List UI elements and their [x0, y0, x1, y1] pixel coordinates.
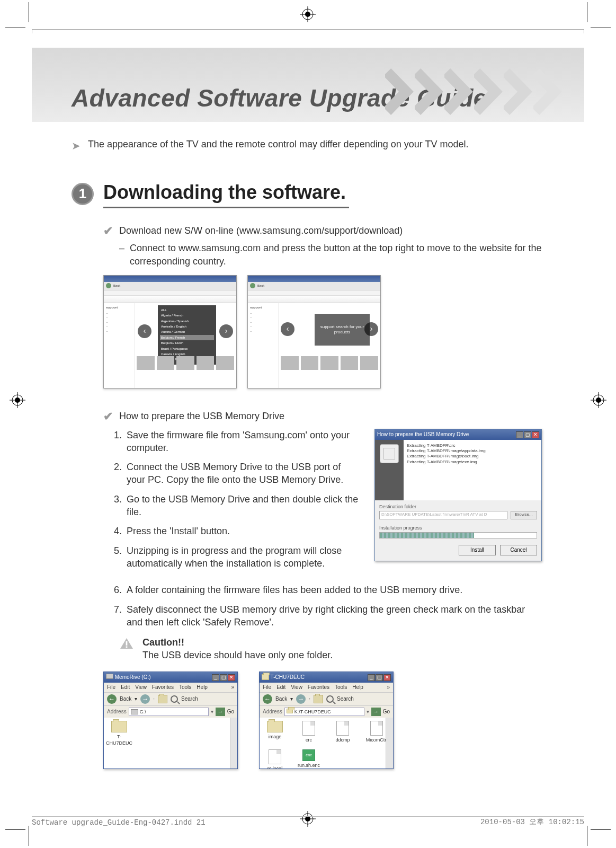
intro-note: ➤ The appearance of the TV and the remot…	[72, 138, 542, 153]
minimize-icon: _	[368, 674, 375, 681]
page: Advanced Software Upgrade Guide ➤ The ap…	[0, 0, 616, 848]
close-icon: ✕	[383, 674, 391, 681]
menu-bar[interactable]: FileEditViewFavoritesToolsHelp»	[104, 683, 237, 692]
maximize-icon: ▢	[376, 674, 383, 681]
menu-bar[interactable]: FileEditViewFavoritesToolsHelp»	[260, 683, 393, 692]
maximize-icon: ▢	[524, 431, 531, 438]
file-item: ddcmp	[331, 721, 355, 743]
crop-mark	[591, 829, 611, 830]
file-list[interactable]: image crc ddcmp MicomCtrl rc.local encru…	[260, 718, 393, 768]
installer-window: How to prepare the USB Memory Drive _▢✕ …	[374, 429, 542, 561]
toolbar[interactable]: ← Back▾ → · Search	[260, 692, 393, 706]
chevron-decoration	[385, 68, 563, 116]
window-controls: _▢✕	[515, 431, 539, 438]
window-title: How to prepare the USB Memory Drive	[377, 431, 469, 438]
list-item: Save the firmware file from 'Samsung.com…	[124, 429, 361, 455]
minimize-icon: _	[212, 674, 219, 681]
window-controls: _▢✕	[211, 674, 235, 681]
file-icon	[302, 721, 315, 736]
forward-button-icon: →	[296, 694, 306, 704]
crop-mark	[29, 2, 29, 22]
progress-bar	[379, 532, 537, 538]
window-controls: _▢✕	[367, 674, 391, 681]
folder-item: image	[263, 721, 287, 743]
maximize-icon: ▢	[220, 674, 227, 681]
address-input[interactable]: K:\T-CHU7DEUC	[284, 708, 364, 716]
browser-screenshot-support: Back support ————— support search for yo…	[247, 275, 381, 388]
file-icon	[336, 721, 349, 736]
search-icon	[171, 695, 178, 703]
list-item: Go to the USB Memory Drive and then doub…	[124, 493, 361, 519]
folder-icon	[111, 721, 127, 732]
crop-mark	[5, 829, 25, 830]
dash-icon: –	[119, 242, 124, 268]
footer-filename: Software upgrade_Guide-Eng-0427.indd 21	[32, 818, 206, 827]
destination-label: Destination folder	[379, 504, 537, 510]
forward-button-icon: →	[140, 694, 150, 704]
caution-title: Caution!!	[142, 636, 333, 649]
bullet-text: Download new S/W on-line (www.samsung.co…	[119, 224, 403, 239]
window-title: MemoRive (G:)	[115, 674, 151, 680]
list-item: A folder containing the firmware files h…	[124, 584, 542, 596]
list-item: Unzipping is in progress and the program…	[124, 544, 361, 570]
check-icon: ✔	[103, 409, 113, 425]
file-list[interactable]: T-CHU7DEUC	[104, 718, 237, 768]
installer-log: Extracting T-AMBDFR\crc Extracting T-AMB…	[404, 440, 541, 500]
arrow-right-icon: ›	[219, 324, 233, 338]
crop-mark	[5, 28, 25, 28]
scrollbar[interactable]	[230, 718, 237, 768]
file-item: rc.local	[263, 749, 287, 768]
arrow-right-icon: ›	[364, 322, 378, 336]
explorer-window-folder: T-CHU7DEUC _▢✕ FileEditViewFavoritesTool…	[259, 672, 394, 769]
cancel-button[interactable]: Cancel	[500, 545, 537, 555]
go-button[interactable]: →	[371, 708, 381, 716]
minimize-icon: _	[516, 431, 523, 438]
intro-note-text: The appearance of the TV and the remote …	[88, 138, 468, 153]
caution-block: Caution!! The USB device should have onl…	[119, 636, 542, 662]
step-title: Downloading the software.	[103, 180, 349, 208]
footer: Software upgrade_Guide-Eng-0427.indd 21 …	[32, 816, 584, 827]
progress-label: Installation progress	[375, 523, 541, 531]
back-button-icon: ←	[263, 694, 272, 704]
check-icon: ✔	[103, 223, 113, 239]
up-folder-icon	[158, 695, 167, 703]
caution-body: The USB device should have only one fold…	[142, 650, 333, 660]
list-item: Safely disconnect the USB memory drive b…	[124, 603, 542, 629]
browser-screenshots: Back support ————— ALL Algeri	[103, 275, 542, 388]
install-button[interactable]: Install	[459, 545, 496, 555]
support-banner: support search for your products	[315, 314, 370, 346]
chevron-right-icon: ➤	[72, 139, 81, 153]
browse-button[interactable]: Browse...	[511, 511, 537, 519]
folder-item: T-CHU7DEUC	[107, 721, 131, 746]
warning-icon	[119, 637, 134, 650]
file-item: encrun.sh.enc	[297, 749, 321, 768]
arrow-left-icon: ‹	[281, 322, 294, 336]
address-input[interactable]: G:\	[129, 708, 209, 716]
file-icon	[269, 749, 281, 764]
window-title: T-CHU7DEUC	[271, 674, 305, 680]
folder-icon	[267, 721, 283, 732]
folder-icon	[262, 674, 269, 680]
step-body: ✔ Download new S/W on-line (www.samsung.…	[72, 224, 542, 769]
registration-mark-icon	[10, 392, 25, 408]
drive-icon	[131, 709, 138, 714]
back-button-icon: ←	[107, 694, 117, 704]
crop-mark	[587, 826, 587, 846]
numbered-steps: Save the firmware file from 'Samsung.com…	[103, 429, 361, 570]
footer-timestamp: 2010-05-03 오후 10:02:15	[480, 817, 584, 827]
bullet-text: How to prepare the USB Memory Drive	[119, 410, 284, 425]
step-number-badge: 1	[72, 183, 94, 205]
bullet-sub-text: Connect to www.samsung.com and press the…	[130, 242, 542, 268]
go-button[interactable]: →	[216, 708, 225, 716]
toolbar[interactable]: ← Back▾ → · Search	[104, 692, 237, 706]
arrow-left-icon: ‹	[138, 324, 151, 338]
document-icon	[380, 444, 399, 463]
file-icon	[370, 721, 383, 736]
body: ➤ The appearance of the TV and the remot…	[32, 122, 584, 769]
enc-file-icon: enc	[302, 749, 315, 761]
up-folder-icon	[314, 695, 323, 703]
svg-rect-16	[126, 641, 128, 646]
drive-icon	[106, 674, 113, 679]
scrollbar[interactable]	[386, 718, 393, 768]
explorer-screenshots: MemoRive (G:) _▢✕ FileEditViewFavoritesT…	[103, 672, 542, 769]
